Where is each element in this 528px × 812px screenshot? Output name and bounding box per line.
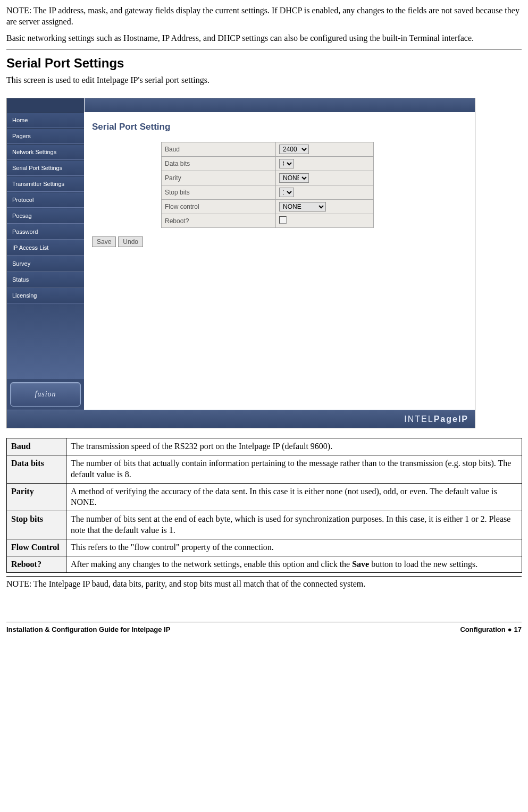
sidebar-item-network-settings[interactable]: Network Settings xyxy=(7,144,84,160)
sidebar-item-pocsag[interactable]: Pocsag xyxy=(7,208,84,224)
desc-definition: After making any changes to the network … xyxy=(66,556,522,573)
data-bits-select[interactable]: 8 xyxy=(279,159,294,168)
brand-text-bold: PageIP xyxy=(434,415,468,424)
sidebar-item-protocol[interactable]: Protocol xyxy=(7,192,84,208)
field-label: Data bits xyxy=(162,157,276,171)
sidebar-item-ip-access-list[interactable]: IP Access List xyxy=(7,240,84,256)
embedded-screenshot: HomePagersNetwork SettingsSerial Port Se… xyxy=(6,98,522,428)
desc-term: Baud xyxy=(7,438,66,455)
desc-term: Data bits xyxy=(7,455,66,483)
serial-settings-form: Baud2400Data bits8ParityNONEStop bits1Fl… xyxy=(161,142,374,228)
section-intro-text: This screen is used to edit Intelpage IP… xyxy=(6,75,522,86)
baud-select[interactable]: 2400 xyxy=(279,145,309,154)
sidebar-item-licensing[interactable]: Licensing xyxy=(7,287,84,303)
app-footbar: INTELPageIP xyxy=(7,410,475,428)
desc-term: Flow Control xyxy=(7,539,66,556)
sidebar-item-home[interactable]: Home xyxy=(7,112,84,128)
field-label: Baud xyxy=(162,142,276,157)
brand-text-thin: INTEL xyxy=(404,415,433,424)
sidebar-spacer xyxy=(7,303,84,379)
description-table: BaudThe transmission speed of the RS232 … xyxy=(6,438,522,573)
section-heading: Serial Port Settings xyxy=(6,56,522,71)
parity-select[interactable]: NONE xyxy=(279,173,309,183)
undo-button[interactable]: Undo xyxy=(118,236,143,247)
field-label: Parity xyxy=(162,171,276,185)
horizontal-rule xyxy=(6,576,522,577)
field-label: Reboot? xyxy=(162,214,276,228)
sidebar-item-status[interactable]: Status xyxy=(7,272,84,287)
sidebar-item-pagers[interactable]: Pagers xyxy=(7,128,84,144)
field-value-cell: 2400 xyxy=(276,142,374,157)
desc-term: Stop bits xyxy=(7,511,66,539)
footer-right: Configuration●17 xyxy=(460,625,522,633)
app-topbar xyxy=(7,98,475,112)
field-label: Stop bits xyxy=(162,185,276,200)
desc-definition: This refers to the "flow control" proper… xyxy=(66,539,522,556)
field-value-cell: 1 xyxy=(276,185,374,200)
save-button[interactable]: Save xyxy=(92,236,116,247)
sidebar-item-transmitter-settings[interactable]: Transmitter Settings xyxy=(7,176,84,192)
page-footer: Installation & Configuration Guide for I… xyxy=(6,625,522,633)
field-label: Flow control xyxy=(162,200,276,214)
desc-term: Parity xyxy=(7,483,66,511)
footer-rule xyxy=(6,622,522,622)
reboot-checkbox[interactable] xyxy=(279,216,287,224)
app-sidebar: HomePagersNetwork SettingsSerial Port Se… xyxy=(7,112,85,410)
bottom-note: NOTE: The Intelpage IP baud, data bits, … xyxy=(6,579,522,590)
sidebar-item-survey[interactable]: Survey xyxy=(7,256,84,272)
desc-term: Reboot? xyxy=(7,556,66,573)
desc-definition: The transmission speed of the RS232 port… xyxy=(66,438,522,455)
panel-heading: Serial Port Setting xyxy=(92,122,467,132)
desc-definition: The number of bits sent at the end of ea… xyxy=(66,511,522,539)
footer-left: Installation & Configuration Guide for I… xyxy=(6,625,170,633)
field-value-cell: 8 xyxy=(276,157,374,171)
desc-definition: A method of verifying the accuracy of th… xyxy=(66,483,522,511)
field-value-cell: NONE xyxy=(276,200,374,214)
stop-bits-select[interactable]: 1 xyxy=(279,188,294,197)
field-value-cell xyxy=(276,214,374,228)
desc-definition: The number of bits that actually contain… xyxy=(66,455,522,483)
horizontal-rule xyxy=(6,49,522,49)
flow-control-select[interactable]: NONE xyxy=(279,202,326,212)
field-value-cell: NONE xyxy=(276,171,374,185)
note-dhcp: NOTE: The IP address, mask, and gateway … xyxy=(6,5,522,28)
sidebar-item-serial-port-settings[interactable]: Serial Port Settings xyxy=(7,160,84,176)
sidebar-item-password[interactable]: Password xyxy=(7,224,84,240)
note-terminal: Basic networking settings such as Hostna… xyxy=(6,33,522,44)
fusion-logo: fusion xyxy=(10,382,81,407)
